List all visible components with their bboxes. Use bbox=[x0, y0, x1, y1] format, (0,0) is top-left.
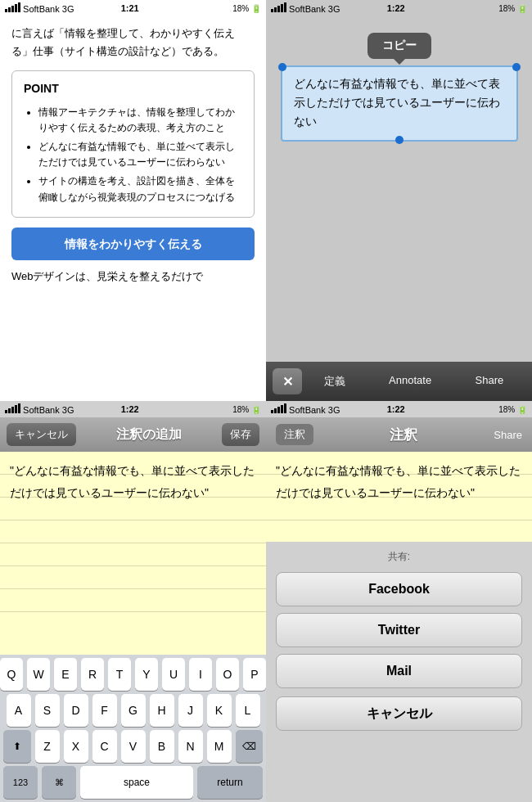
key-t[interactable]: T bbox=[108, 658, 131, 691]
keyboard-row-2: A S D F G H J K L bbox=[0, 691, 266, 727]
keyboard-row-3: ⬆ Z X C V B N M ⌫ bbox=[0, 727, 266, 763]
key-j[interactable]: J bbox=[178, 694, 203, 727]
nav-title: 注釈の追加 bbox=[76, 426, 222, 444]
selection-handle-tr[interactable] bbox=[512, 63, 521, 71]
time-bl: 1:22 bbox=[121, 404, 139, 414]
key-u[interactable]: U bbox=[162, 658, 185, 691]
signal-icon-tr bbox=[271, 2, 286, 12]
define-button[interactable]: 定義 bbox=[316, 371, 354, 392]
point-box: POINT 情報アーキテクチャは、情報を整理してわかりやすく伝えるための表現、考… bbox=[11, 70, 255, 218]
key-z[interactable]: Z bbox=[35, 730, 60, 763]
cancel-share-button[interactable]: キャンセル bbox=[276, 696, 522, 731]
note-text: "どんなに有益な情報でも、単に並べて表示しただけでは見ているユーザーに伝わない" bbox=[10, 460, 256, 503]
blue-button[interactable]: 情報をわかりやすく伝える bbox=[11, 228, 255, 260]
note-content-text: "どんなに有益な情報でも、単に並べて表示しただけでは見ているユーザーに伝わない" bbox=[276, 460, 522, 503]
selected-text-box: どんなに有益な情報でも、単に並べて表示しただけでは見ているユーザーに伝わない bbox=[281, 65, 518, 142]
carrier-bl: SoftBank 3G bbox=[5, 403, 74, 415]
status-bar-tl: SoftBank 3G 1:21 18% 🔋 bbox=[0, 0, 266, 16]
key-f[interactable]: F bbox=[92, 694, 117, 727]
status-bar-bl: SoftBank 3G 1:22 18% 🔋 bbox=[0, 401, 266, 417]
note-nav-bar: キャンセル 注釈の追加 保存 bbox=[0, 417, 266, 452]
note-editor[interactable]: "どんなに有益な情報でも、単に並べて表示しただけでは見ているユーザーに伝わない" bbox=[0, 452, 266, 655]
status-bar-br: SoftBank 3G 1:22 18% 🔋 bbox=[266, 401, 532, 417]
key-123[interactable]: 123 bbox=[3, 766, 38, 799]
battery-bl: 18% 🔋 bbox=[232, 405, 261, 414]
share-button[interactable]: Share bbox=[467, 371, 512, 392]
selection-handle-bl[interactable] bbox=[395, 136, 404, 144]
carrier-tl: SoftBank 3G bbox=[5, 2, 74, 14]
point-item-2: どんなに有益な情報でも、単に並べて表示しただけでは見ているユーザーに伝わらない bbox=[38, 139, 242, 170]
battery-tr: 18% 🔋 bbox=[498, 4, 527, 13]
action-bar: ✕ 定義 Annotate Share bbox=[266, 362, 532, 401]
reading-content: に言えば「情報を整理して、わかりやすく伝える」仕事（サイト構造の設計など）である… bbox=[0, 16, 266, 401]
key-r[interactable]: R bbox=[81, 658, 104, 691]
action-buttons: 定義 Annotate Share bbox=[302, 371, 525, 392]
copy-button[interactable]: コピー bbox=[367, 33, 431, 59]
key-c[interactable]: C bbox=[92, 730, 117, 763]
share-sheet-panel: SoftBank 3G 1:22 18% 🔋 注釈 注釈 Share "どんなに… bbox=[266, 401, 532, 802]
save-button[interactable]: 保存 bbox=[222, 423, 259, 446]
key-delete[interactable]: ⌫ bbox=[236, 730, 264, 763]
point-title: POINT bbox=[24, 79, 242, 97]
nav-title-br: 注釈 bbox=[313, 426, 494, 444]
key-space[interactable]: space bbox=[80, 766, 193, 799]
note-content-area: "どんなに有益な情報でも、単に並べて表示しただけでは見ているユーザーに伝わない" bbox=[266, 452, 532, 542]
key-g[interactable]: G bbox=[121, 694, 146, 727]
key-a[interactable]: A bbox=[7, 694, 31, 727]
key-h[interactable]: H bbox=[150, 694, 174, 727]
time-br: 1:22 bbox=[387, 404, 405, 414]
cancel-button[interactable]: キャンセル bbox=[7, 423, 76, 446]
back-button[interactable]: 注釈 bbox=[276, 424, 313, 445]
key-o[interactable]: O bbox=[216, 658, 239, 691]
key-m[interactable]: M bbox=[207, 730, 232, 763]
key-v[interactable]: V bbox=[121, 730, 146, 763]
key-k[interactable]: K bbox=[207, 694, 232, 727]
signal-icon-tl bbox=[5, 2, 20, 12]
key-e[interactable]: E bbox=[54, 658, 77, 691]
key-i[interactable]: I bbox=[189, 658, 212, 691]
share-section: 共有: Facebook Twitter Mail キャンセル bbox=[266, 542, 532, 802]
copy-popup-panel: SoftBank 3G 1:22 18% 🔋 コピー どんなに有益な情報でも、単… bbox=[266, 0, 532, 401]
point-list: 情報アーキテクチャは、情報を整理してわかりやすく伝えるための表現、考え方のこと … bbox=[24, 105, 242, 205]
key-l[interactable]: L bbox=[236, 694, 260, 727]
keyboard-row-1: Q W E R T Y U I O P bbox=[0, 655, 266, 691]
reading-panel: SoftBank 3G 1:21 18% 🔋 に言えば「情報を整理して、わかりや… bbox=[0, 0, 266, 401]
key-p[interactable]: P bbox=[243, 658, 266, 691]
twitter-button[interactable]: Twitter bbox=[276, 613, 522, 647]
annotate-button[interactable]: Annotate bbox=[381, 371, 440, 392]
key-s[interactable]: S bbox=[35, 694, 60, 727]
signal-icon-br bbox=[271, 403, 286, 413]
key-y[interactable]: Y bbox=[135, 658, 158, 691]
note-editor-panel: SoftBank 3G 1:22 18% 🔋 キャンセル 注釈の追加 保存 "ど… bbox=[0, 401, 266, 802]
point-item-1: 情報アーキテクチャは、情報を整理してわかりやすく伝えるための表現、考え方のこと bbox=[38, 105, 242, 136]
keyboard: Q W E R T Y U I O P A S D F G H J K L ⬆ … bbox=[0, 655, 266, 802]
footer-text: Webデザインは、見栄えを整えるだけで bbox=[11, 268, 255, 286]
key-d[interactable]: D bbox=[64, 694, 88, 727]
share-nav-button[interactable]: Share bbox=[494, 429, 522, 441]
key-shift[interactable]: ⬆ bbox=[3, 730, 31, 763]
point-item-3: サイトの構造を考え、設計図を描き、全体を俯瞰しながら視覚表現のプロセスにつなげる bbox=[38, 173, 242, 205]
carrier-br: SoftBank 3G bbox=[271, 403, 340, 415]
time-tr: 1:22 bbox=[387, 3, 405, 13]
key-q[interactable]: Q bbox=[0, 658, 23, 691]
close-button[interactable]: ✕ bbox=[273, 368, 302, 394]
mail-button[interactable]: Mail bbox=[276, 654, 522, 688]
carrier-tr: SoftBank 3G bbox=[271, 2, 340, 14]
selected-text: どんなに有益な情報でも、単に並べて表示しただけでは見ているユーザーに伝わない bbox=[294, 78, 500, 128]
time-tl: 1:21 bbox=[121, 3, 139, 13]
battery-tl: 18% 🔋 bbox=[232, 4, 261, 13]
signal-icon-bl bbox=[5, 403, 20, 413]
note-nav-bar-br: 注釈 注釈 Share bbox=[266, 417, 532, 452]
key-x[interactable]: X bbox=[64, 730, 88, 763]
selection-handle-tl[interactable] bbox=[278, 63, 286, 71]
keyboard-bottom-row: 123 ⌘ space return bbox=[0, 763, 266, 802]
share-label: 共有: bbox=[276, 550, 522, 564]
intro-text: に言えば「情報を整理して、わかりやすく伝える」仕事（サイト構造の設計など）である… bbox=[11, 25, 255, 61]
facebook-button[interactable]: Facebook bbox=[276, 572, 522, 606]
key-w[interactable]: W bbox=[27, 658, 50, 691]
key-b[interactable]: B bbox=[150, 730, 174, 763]
status-bar-tr: SoftBank 3G 1:22 18% 🔋 bbox=[266, 0, 532, 16]
key-globe[interactable]: ⌘ bbox=[42, 766, 76, 799]
key-n[interactable]: N bbox=[178, 730, 203, 763]
key-return[interactable]: return bbox=[197, 766, 263, 799]
